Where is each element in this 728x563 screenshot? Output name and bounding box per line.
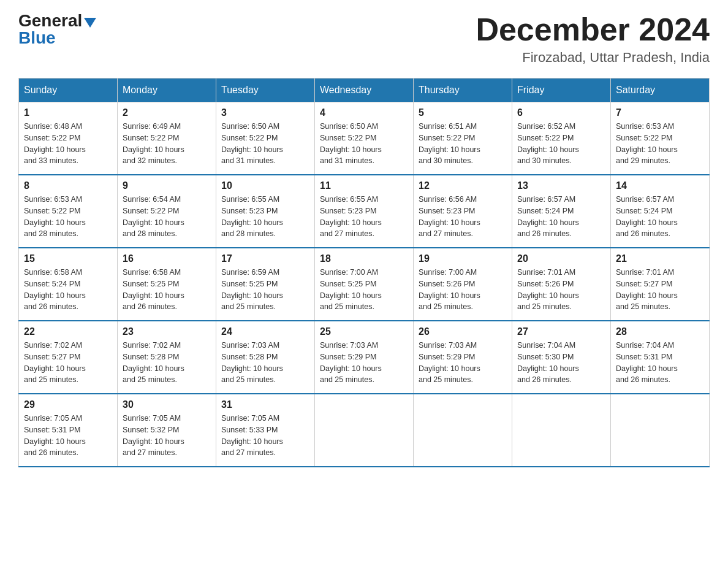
col-monday: Monday: [118, 79, 216, 102]
day-number: 18: [320, 253, 408, 264]
col-wednesday: Wednesday: [315, 79, 414, 102]
calendar-cell: 6 Sunrise: 6:52 AM Sunset: 5:22 PM Dayli…: [512, 102, 611, 175]
calendar-cell: 22 Sunrise: 7:02 AM Sunset: 5:27 PM Dayl…: [19, 321, 118, 394]
day-number: 7: [616, 107, 704, 118]
day-info: Sunrise: 7:05 AM Sunset: 5:31 PM Dayligh…: [24, 413, 112, 459]
day-number: 15: [24, 253, 112, 264]
day-number: 1: [24, 107, 112, 118]
day-info: Sunrise: 6:51 AM Sunset: 5:22 PM Dayligh…: [419, 121, 507, 167]
day-info: Sunrise: 7:00 AM Sunset: 5:25 PM Dayligh…: [320, 267, 408, 313]
calendar-cell: [414, 394, 512, 467]
day-number: 5: [419, 107, 507, 118]
col-saturday: Saturday: [611, 79, 710, 102]
day-info: Sunrise: 6:50 AM Sunset: 5:22 PM Dayligh…: [320, 121, 408, 167]
day-info: Sunrise: 7:04 AM Sunset: 5:31 PM Dayligh…: [616, 340, 704, 386]
calendar-cell: 12 Sunrise: 6:56 AM Sunset: 5:23 PM Dayl…: [414, 175, 512, 248]
calendar-cell: 18 Sunrise: 7:00 AM Sunset: 5:25 PM Dayl…: [315, 248, 414, 321]
day-number: 26: [419, 326, 507, 337]
calendar-header-row: Sunday Monday Tuesday Wednesday Thursday…: [19, 79, 710, 102]
day-number: 9: [123, 180, 211, 191]
calendar-cell: 27 Sunrise: 7:04 AM Sunset: 5:30 PM Dayl…: [512, 321, 611, 394]
calendar-week-2: 8 Sunrise: 6:53 AM Sunset: 5:22 PM Dayli…: [19, 175, 710, 248]
calendar-cell: 29 Sunrise: 7:05 AM Sunset: 5:31 PM Dayl…: [19, 394, 118, 467]
day-number: 25: [320, 326, 408, 337]
day-number: 20: [517, 253, 605, 264]
day-number: 23: [123, 326, 211, 337]
day-info: Sunrise: 7:01 AM Sunset: 5:27 PM Dayligh…: [616, 267, 704, 313]
day-info: Sunrise: 7:02 AM Sunset: 5:27 PM Dayligh…: [24, 340, 112, 386]
calendar-cell: 25 Sunrise: 7:03 AM Sunset: 5:29 PM Dayl…: [315, 321, 414, 394]
calendar-cell: [315, 394, 414, 467]
calendar-cell: [512, 394, 611, 467]
calendar-cell: 10 Sunrise: 6:55 AM Sunset: 5:23 PM Dayl…: [216, 175, 315, 248]
day-info: Sunrise: 7:05 AM Sunset: 5:32 PM Dayligh…: [123, 413, 211, 459]
day-info: Sunrise: 6:55 AM Sunset: 5:23 PM Dayligh…: [221, 194, 309, 240]
page-header: General Blue December 2024 Firozabad, Ut…: [18, 12, 710, 66]
day-info: Sunrise: 6:49 AM Sunset: 5:22 PM Dayligh…: [123, 121, 211, 167]
calendar-cell: 1 Sunrise: 6:48 AM Sunset: 5:22 PM Dayli…: [19, 102, 118, 175]
day-info: Sunrise: 7:02 AM Sunset: 5:28 PM Dayligh…: [123, 340, 211, 386]
day-info: Sunrise: 6:58 AM Sunset: 5:24 PM Dayligh…: [24, 267, 112, 313]
calendar-week-3: 15 Sunrise: 6:58 AM Sunset: 5:24 PM Dayl…: [19, 248, 710, 321]
calendar-cell: 4 Sunrise: 6:50 AM Sunset: 5:22 PM Dayli…: [315, 102, 414, 175]
day-info: Sunrise: 6:57 AM Sunset: 5:24 PM Dayligh…: [616, 194, 704, 240]
day-number: 10: [221, 180, 309, 191]
calendar-cell: 14 Sunrise: 6:57 AM Sunset: 5:24 PM Dayl…: [611, 175, 710, 248]
day-info: Sunrise: 7:03 AM Sunset: 5:28 PM Dayligh…: [221, 340, 309, 386]
day-info: Sunrise: 6:54 AM Sunset: 5:22 PM Dayligh…: [123, 194, 211, 240]
day-number: 19: [419, 253, 507, 264]
calendar-cell: [611, 394, 710, 467]
day-info: Sunrise: 7:00 AM Sunset: 5:26 PM Dayligh…: [419, 267, 507, 313]
col-friday: Friday: [512, 79, 611, 102]
day-info: Sunrise: 6:57 AM Sunset: 5:24 PM Dayligh…: [517, 194, 605, 240]
day-number: 4: [320, 107, 408, 118]
day-info: Sunrise: 6:53 AM Sunset: 5:22 PM Dayligh…: [616, 121, 704, 167]
calendar-week-1: 1 Sunrise: 6:48 AM Sunset: 5:22 PM Dayli…: [19, 102, 710, 175]
day-info: Sunrise: 6:58 AM Sunset: 5:25 PM Dayligh…: [123, 267, 211, 313]
calendar-cell: 16 Sunrise: 6:58 AM Sunset: 5:25 PM Dayl…: [118, 248, 216, 321]
col-tuesday: Tuesday: [216, 79, 315, 102]
day-info: Sunrise: 7:01 AM Sunset: 5:26 PM Dayligh…: [517, 267, 605, 313]
calendar-cell: 20 Sunrise: 7:01 AM Sunset: 5:26 PM Dayl…: [512, 248, 611, 321]
calendar-cell: 31 Sunrise: 7:05 AM Sunset: 5:33 PM Dayl…: [216, 394, 315, 467]
day-number: 6: [517, 107, 605, 118]
day-number: 22: [24, 326, 112, 337]
day-number: 30: [123, 399, 211, 410]
day-number: 8: [24, 180, 112, 191]
calendar-cell: 5 Sunrise: 6:51 AM Sunset: 5:22 PM Dayli…: [414, 102, 512, 175]
day-info: Sunrise: 6:56 AM Sunset: 5:23 PM Dayligh…: [419, 194, 507, 240]
day-number: 24: [221, 326, 309, 337]
day-number: 12: [419, 180, 507, 191]
calendar-cell: 26 Sunrise: 7:03 AM Sunset: 5:29 PM Dayl…: [414, 321, 512, 394]
location-subtitle: Firozabad, Uttar Pradesh, India: [476, 50, 710, 66]
calendar-cell: 19 Sunrise: 7:00 AM Sunset: 5:26 PM Dayl…: [414, 248, 512, 321]
calendar-cell: 15 Sunrise: 6:58 AM Sunset: 5:24 PM Dayl…: [19, 248, 118, 321]
day-number: 29: [24, 399, 112, 410]
col-thursday: Thursday: [414, 79, 512, 102]
day-number: 14: [616, 180, 704, 191]
calendar-week-5: 29 Sunrise: 7:05 AM Sunset: 5:31 PM Dayl…: [19, 394, 710, 467]
day-number: 28: [616, 326, 704, 337]
day-info: Sunrise: 7:04 AM Sunset: 5:30 PM Dayligh…: [517, 340, 605, 386]
day-number: 11: [320, 180, 408, 191]
calendar-cell: 24 Sunrise: 7:03 AM Sunset: 5:28 PM Dayl…: [216, 321, 315, 394]
calendar-cell: 13 Sunrise: 6:57 AM Sunset: 5:24 PM Dayl…: [512, 175, 611, 248]
calendar-cell: 7 Sunrise: 6:53 AM Sunset: 5:22 PM Dayli…: [611, 102, 710, 175]
col-sunday: Sunday: [19, 79, 118, 102]
logo-blue-text: Blue: [18, 29, 56, 47]
day-number: 21: [616, 253, 704, 264]
calendar-cell: 11 Sunrise: 6:55 AM Sunset: 5:23 PM Dayl…: [315, 175, 414, 248]
calendar-cell: 8 Sunrise: 6:53 AM Sunset: 5:22 PM Dayli…: [19, 175, 118, 248]
day-info: Sunrise: 7:03 AM Sunset: 5:29 PM Dayligh…: [419, 340, 507, 386]
month-title: December 2024: [476, 12, 710, 47]
calendar-cell: 17 Sunrise: 6:59 AM Sunset: 5:25 PM Dayl…: [216, 248, 315, 321]
day-number: 16: [123, 253, 211, 264]
day-info: Sunrise: 7:05 AM Sunset: 5:33 PM Dayligh…: [221, 413, 309, 459]
day-number: 31: [221, 399, 309, 410]
day-info: Sunrise: 6:53 AM Sunset: 5:22 PM Dayligh…: [24, 194, 112, 240]
calendar-table: Sunday Monday Tuesday Wednesday Thursday…: [18, 78, 710, 467]
calendar-cell: 21 Sunrise: 7:01 AM Sunset: 5:27 PM Dayl…: [611, 248, 710, 321]
calendar-cell: 23 Sunrise: 7:02 AM Sunset: 5:28 PM Dayl…: [118, 321, 216, 394]
title-block: December 2024 Firozabad, Uttar Pradesh, …: [476, 12, 710, 66]
day-number: 27: [517, 326, 605, 337]
